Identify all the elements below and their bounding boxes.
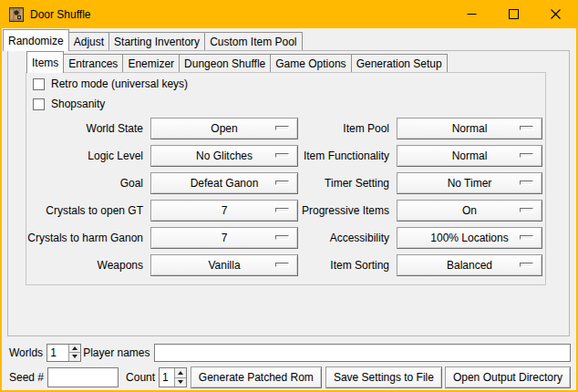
player-names-input[interactable] (154, 344, 572, 362)
crystals-ganon-dropdown[interactable]: 7 (150, 227, 298, 249)
arrow-down-icon (72, 355, 77, 358)
tab-dungeon-shuffle[interactable]: Dungeon Shuffle (179, 54, 271, 72)
door-icon (9, 7, 24, 22)
seed-input[interactable] (47, 367, 119, 387)
tab-entrances[interactable]: Entrances (63, 54, 123, 72)
window-controls (450, 0, 576, 28)
logic-level-label: Logic Level (26, 145, 143, 167)
shopsanity-checkbox-row: Shopsanity (33, 98, 105, 110)
retro-mode-checkbox[interactable] (33, 78, 45, 90)
dropdown-indicator-icon (275, 208, 289, 212)
tab-label: Custom Item Pool (210, 36, 296, 48)
dropdown-indicator-icon (275, 126, 289, 130)
dropdown-indicator-icon (275, 181, 289, 185)
tab-randomize[interactable]: Randomize (3, 29, 69, 51)
progressive-items-dropdown[interactable]: On (397, 200, 542, 222)
tab-enemizer[interactable]: Enemizer (122, 54, 180, 72)
tab-label: Enemizer (128, 57, 174, 70)
weapons-value: Vanilla (208, 259, 240, 272)
tab-items[interactable]: Items (26, 51, 64, 73)
accessibility-label: Accessibility (289, 227, 389, 249)
tab-label: Randomize (8, 35, 64, 47)
dropdown-indicator-icon (520, 263, 533, 267)
item-sorting-value: Balanced (447, 259, 492, 272)
shopsanity-checkbox[interactable] (33, 98, 45, 110)
arrow-up-icon (178, 371, 183, 375)
maximize-icon (509, 9, 519, 19)
world-state-dropdown[interactable]: Open (150, 118, 298, 139)
accessibility-value: 100% Locations (430, 232, 508, 244)
logic-level-value: No Glitches (196, 150, 253, 162)
tab-adjust[interactable]: Adjust (68, 32, 109, 50)
stepper-up-button[interactable] (69, 345, 80, 354)
titlebar: Door Shuffle (2, 0, 576, 28)
items-tab-pane: Retro mode (universal keys) Shopsanity W… (26, 72, 546, 285)
bottom-row-generate: Seed # Count 1 Generate Patched Rom Save… (7, 366, 571, 388)
stepper-up-button[interactable] (175, 368, 186, 378)
minimize-button[interactable] (450, 0, 492, 28)
tab-label: Entrances (68, 57, 118, 70)
app-window: Door Shuffle Randomize Adjust Starting I… (0, 0, 578, 392)
sub-tabstrip: Items Entrances Enemizer Dungeon Shuffle… (26, 50, 447, 72)
option-row: Logic Level No Glitches Item Functionali… (26, 145, 545, 167)
count-value: 1 (160, 368, 174, 387)
retro-mode-label: Retro mode (universal keys) (51, 77, 188, 90)
arrow-down-icon (178, 380, 183, 384)
dropdown-indicator-icon (520, 208, 533, 212)
dropdown-indicator-icon (275, 153, 289, 158)
tab-generation-setup[interactable]: Generation Setup (351, 54, 448, 72)
weapons-label: Weapons (26, 254, 143, 276)
item-pool-dropdown[interactable]: Normal (397, 118, 542, 139)
worlds-value: 1 (47, 345, 68, 361)
worlds-label: Worlds (9, 346, 43, 359)
item-functionality-label: Item Functionality (289, 145, 389, 167)
option-row: Crystals to open GT 7 Progressive Items … (26, 200, 545, 222)
crystals-gt-dropdown[interactable]: 7 (150, 200, 298, 222)
world-state-label: World State (26, 118, 143, 139)
timer-setting-value: No Timer (448, 177, 492, 190)
arrow-up-icon (72, 346, 77, 350)
goal-dropdown[interactable]: Defeat Ganon (150, 172, 298, 194)
tab-label: Items (32, 57, 58, 69)
tab-label: Adjust (74, 36, 104, 48)
maximize-button[interactable] (492, 0, 534, 28)
item-functionality-dropdown[interactable]: Normal (397, 145, 542, 167)
window-title: Door Shuffle (30, 8, 91, 21)
logic-level-dropdown[interactable]: No Glitches (150, 145, 298, 167)
count-stepper[interactable]: 1 (159, 367, 187, 387)
option-row: Goal Defeat Ganon Timer Setting No Timer (26, 172, 545, 194)
tab-game-options[interactable]: Game Options (270, 54, 351, 72)
main-tabstrip: Randomize Adjust Starting Inventory Cust… (3, 28, 302, 50)
timer-setting-label: Timer Setting (289, 172, 389, 194)
item-sorting-label: Item Sorting (289, 254, 389, 276)
stepper-down-button[interactable] (69, 353, 80, 361)
tab-custom-item-pool[interactable]: Custom Item Pool (204, 32, 302, 50)
shopsanity-label: Shopsanity (51, 98, 105, 110)
dropdown-indicator-icon (275, 263, 289, 267)
crystals-gt-value: 7 (222, 204, 228, 217)
close-button[interactable] (534, 0, 576, 28)
world-state-value: Open (211, 122, 237, 135)
stepper-down-button[interactable] (175, 378, 186, 387)
timer-setting-dropdown[interactable]: No Timer (397, 172, 542, 194)
dropdown-indicator-icon (520, 235, 533, 240)
player-names-label: Player names (83, 346, 150, 359)
tab-label: Game Options (275, 57, 346, 70)
goal-value: Defeat Ganon (191, 177, 259, 190)
stepper-arrows (174, 368, 186, 387)
goal-label: Goal (26, 172, 143, 194)
option-row: World State Open Item Pool Normal (26, 118, 545, 139)
worlds-stepper[interactable]: 1 (46, 344, 81, 362)
seed-label: Seed # (9, 371, 44, 384)
accessibility-dropdown[interactable]: 100% Locations (397, 227, 542, 249)
crystals-ganon-label: Crystals to harm Ganon (26, 227, 143, 249)
open-output-directory-button[interactable]: Open Output Directory (445, 366, 571, 388)
bottom-row-worlds: Worlds 1 Player names (7, 343, 571, 362)
generate-patched-rom-button[interactable]: Generate Patched Rom (191, 366, 322, 388)
item-sorting-dropdown[interactable]: Balanced (397, 254, 542, 276)
progressive-items-label: Progressive Items (289, 200, 389, 222)
tab-starting-inventory[interactable]: Starting Inventory (108, 32, 205, 50)
dropdown-indicator-icon (520, 126, 533, 130)
save-settings-button[interactable]: Save Settings to File (325, 366, 442, 388)
weapons-dropdown[interactable]: Vanilla (150, 254, 298, 276)
